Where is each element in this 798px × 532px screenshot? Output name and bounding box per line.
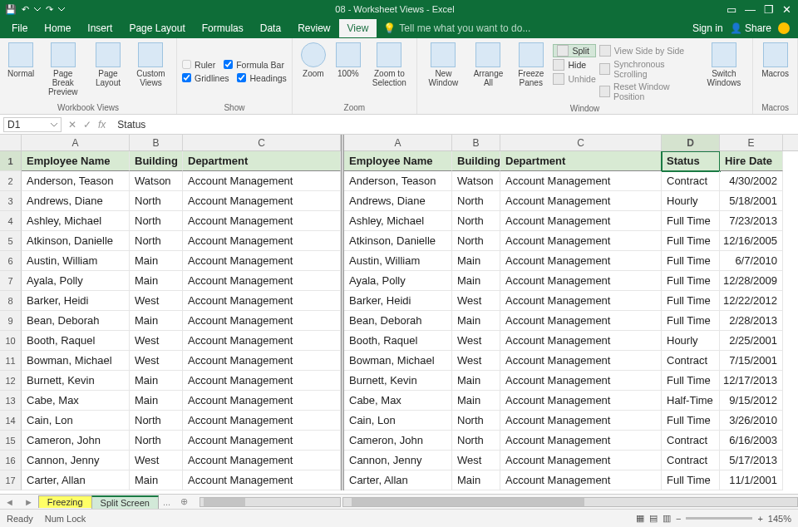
cell[interactable]: Main [452, 311, 500, 331]
cell[interactable]: Carter, Allan [344, 470, 452, 490]
tab-view[interactable]: View [339, 19, 377, 37]
row-header[interactable]: 7 [0, 271, 22, 291]
cell[interactable]: Cannon, Jenny [344, 451, 452, 470]
tab-home[interactable]: Home [36, 19, 79, 37]
cell[interactable]: Half-Time [662, 391, 720, 411]
hscrollbar-right[interactable] [342, 497, 798, 507]
cell[interactable]: North [130, 411, 183, 431]
cell[interactable]: North [452, 431, 500, 451]
cell[interactable]: Bowman, Michael [22, 351, 130, 371]
normal-view-button[interactable]: Normal [5, 41, 37, 80]
zoom-100-button[interactable]: 100% [332, 41, 364, 80]
cell[interactable]: Cannon, Jenny [22, 451, 130, 470]
cell[interactable]: 12/28/2009 [720, 271, 783, 291]
cell[interactable]: Account Management [183, 371, 341, 391]
arrange-all-button[interactable]: Arrange All [468, 41, 509, 89]
cell[interactable]: Bean, Deborah [344, 311, 452, 331]
switch-windows-button[interactable]: Switch Windows [701, 41, 748, 89]
tab-insert[interactable]: Insert [79, 19, 121, 37]
cell[interactable]: 5/17/2013 [720, 451, 783, 470]
fx-icon[interactable]: fx [98, 119, 106, 131]
cell[interactable]: 11/1/2001 [720, 470, 783, 490]
cell[interactable]: 3/26/2010 [720, 411, 783, 431]
cell[interactable]: West [130, 331, 183, 351]
cell[interactable]: Main [130, 311, 183, 331]
redo-icon[interactable]: ↷ [46, 4, 53, 15]
cell[interactable]: Burnett, Kevin [344, 371, 452, 391]
cell[interactable]: 6/16/2003 [720, 431, 783, 451]
sheet-tab-split[interactable]: Split Screen [91, 495, 159, 509]
cell[interactable]: Department [500, 151, 662, 171]
cell[interactable]: Cain, Lon [344, 411, 452, 431]
row-header[interactable]: 16 [0, 451, 22, 470]
cell[interactable]: Employee Name [22, 151, 130, 171]
zoom-selection-button[interactable]: Zoom to Selection [367, 41, 411, 89]
cell[interactable]: Anderson, Teason [344, 171, 452, 191]
cell[interactable]: Ashley, Michael [344, 211, 452, 231]
feedback-icon[interactable] [778, 22, 790, 34]
qat-customize-icon[interactable] [58, 6, 65, 12]
cell[interactable]: Account Management [183, 451, 341, 470]
cell[interactable]: Department [183, 151, 341, 171]
row-header[interactable]: 9 [0, 311, 22, 331]
name-box[interactable]: D1 [3, 117, 62, 132]
cell[interactable]: Account Management [500, 311, 662, 331]
cell[interactable]: Watson [130, 171, 183, 191]
ruler-checkbox[interactable]: Ruler [182, 59, 215, 71]
cell[interactable]: Hire Date [720, 151, 783, 171]
sheet-nav-next[interactable]: ► [19, 497, 38, 507]
cell[interactable]: Booth, Raquel [22, 331, 130, 351]
sheet-more[interactable]: ... [158, 497, 175, 507]
cell[interactable]: Atkinson, Danielle [22, 231, 130, 251]
cell[interactable]: Full Time [662, 311, 720, 331]
new-sheet-button[interactable]: ⊕ [175, 496, 193, 507]
row-header[interactable]: 8 [0, 291, 22, 311]
cell[interactable]: Austin, William [22, 251, 130, 271]
row-header[interactable]: 2 [0, 171, 22, 191]
tab-data[interactable]: Data [252, 19, 289, 37]
cell[interactable]: Contract [662, 451, 720, 470]
cell[interactable]: West [452, 291, 500, 311]
row-header[interactable]: 12 [0, 371, 22, 391]
side-by-side-button[interactable]: View Side by Side [599, 44, 697, 57]
cell[interactable]: Account Management [183, 331, 341, 351]
cell[interactable]: Account Management [183, 171, 341, 191]
chevron-down-icon[interactable] [34, 6, 41, 12]
row-header[interactable]: 15 [0, 431, 22, 451]
cell[interactable]: Ashley, Michael [22, 211, 130, 231]
row-header[interactable]: 1 [0, 151, 22, 171]
view-pagebreak-icon[interactable]: ▥ [663, 513, 671, 524]
cell[interactable]: Hourly [662, 331, 720, 351]
cell[interactable]: Account Management [183, 291, 341, 311]
cell[interactable]: North [130, 191, 183, 211]
cell[interactable]: Account Management [500, 171, 662, 191]
cancel-formula-icon[interactable]: ✕ [68, 119, 76, 131]
tab-review[interactable]: Review [289, 19, 338, 37]
cell[interactable]: Account Management [183, 231, 341, 251]
cell[interactable]: Account Management [183, 251, 341, 271]
cell[interactable]: Account Management [500, 470, 662, 490]
ribbon-options-icon[interactable]: ▭ [727, 3, 736, 16]
cell[interactable]: 5/18/2001 [720, 191, 783, 211]
cell[interactable]: 2/28/2013 [720, 311, 783, 331]
cell[interactable]: North [452, 211, 500, 231]
cell[interactable]: Watson [452, 171, 500, 191]
cell[interactable]: Full Time [662, 411, 720, 431]
custom-views-button[interactable]: Custom Views [131, 41, 171, 89]
row-header[interactable]: 3 [0, 191, 22, 211]
active-cell[interactable]: Status [662, 151, 720, 171]
reset-window-button[interactable]: Reset Window Position [599, 81, 697, 102]
cell[interactable]: Account Management [500, 391, 662, 411]
zoom-slider[interactable] [686, 517, 752, 520]
save-icon[interactable]: 💾 [5, 4, 17, 15]
view-pagelayout-icon[interactable]: ▤ [649, 513, 658, 524]
cell[interactable]: Main [130, 271, 183, 291]
cell[interactable]: Anderson, Teason [22, 171, 130, 191]
cell[interactable]: North [130, 231, 183, 251]
cell[interactable]: Full Time [662, 271, 720, 291]
cells-area[interactable]: Employee Name Building Department Employ… [22, 151, 798, 494]
cell[interactable]: Booth, Raquel [344, 331, 452, 351]
cell[interactable]: Main [130, 391, 183, 411]
hide-button[interactable]: Hide [553, 58, 595, 71]
cell[interactable]: Burnett, Kevin [22, 371, 130, 391]
